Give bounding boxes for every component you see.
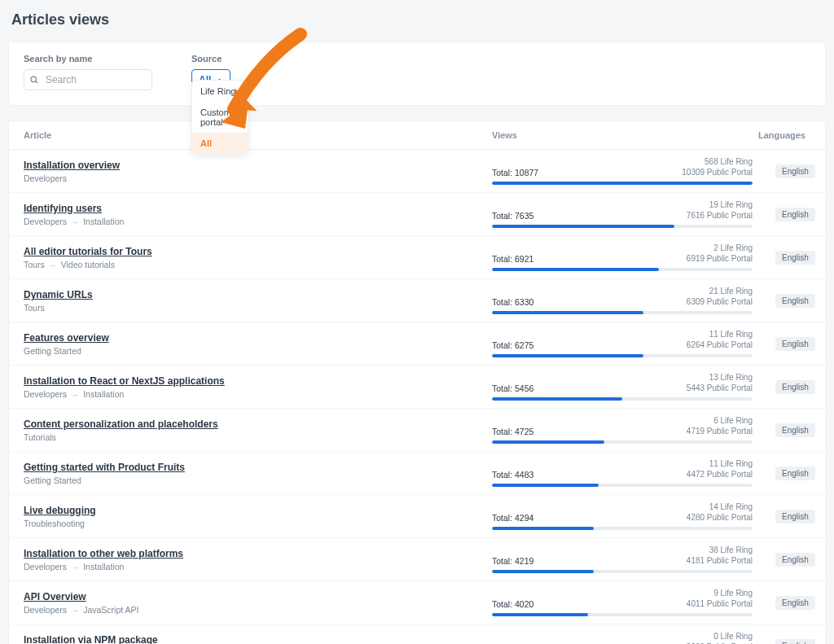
article-title-link[interactable]: Live debugging [24,505,96,516]
views-bar [492,570,753,573]
breadcrumb-segment: Developers [24,173,67,183]
table-row: Live debuggingTroubleshootingTotal: 4294… [9,495,825,538]
article-title-link[interactable]: Features overview [24,332,109,344]
breadcrumb-segment: Tours [24,303,45,313]
language-tag[interactable]: English [775,337,815,351]
article-cell: Live debuggingTroubleshooting [24,504,492,528]
breadcrumb-segment: Troubleshooting [24,519,85,528]
table-row: Dynamic URLsToursTotal: 633021 Life Ring… [9,279,825,322]
col-header-article: Article [24,130,492,140]
language-tag[interactable]: English [775,553,815,567]
article-cell: Features overviewGetting Started [24,331,492,356]
views-total: Total: 7635 [492,211,533,221]
search-icon [29,75,39,85]
article-cell: Dynamic URLsTours [24,288,492,313]
breadcrumb: Developers→JavaScript API [24,605,476,615]
views-bar [492,182,753,185]
breadcrumb-segment: Developers [24,217,67,226]
source-option-customer-portal[interactable]: Customer portal [192,102,248,133]
article-title-link[interactable]: All editor tutorials for Tours [24,246,152,257]
views-bar [492,354,753,357]
breadcrumb: Getting Started [24,346,476,356]
article-title-link[interactable]: Dynamic URLs [24,289,93,300]
breadcrumb-segment: Installation [83,389,124,399]
breadcrumb-segment: Getting Started [24,346,81,356]
table-row: API OverviewDevelopers→JavaScript APITot… [9,581,825,624]
views-total: Total: 5456 [492,383,533,393]
article-cell: Installation overviewDevelopers [24,159,492,183]
views-cell: Total: 10877568 Life Ring10309 Public Po… [492,157,753,185]
views-total: Total: 4483 [492,470,533,480]
breadcrumb: Tours→Video tutorials [24,260,476,269]
views-total: Total: 10877 [492,168,538,177]
language-tag[interactable]: English [775,380,815,394]
svg-line-1 [36,81,37,83]
views-cell: Total: 36880 Life Ring3688 Public Portal [492,632,753,644]
page-title: Articles views [11,11,823,28]
views-bar [492,613,753,616]
search-input[interactable] [24,69,152,90]
article-title-link[interactable]: Installation via NPM package [24,634,158,644]
breadcrumb: Getting Started [24,475,476,485]
article-title-link[interactable]: Installation to other web platforms [24,548,183,559]
table-row: Installation to other web platformsDevel… [9,538,825,581]
views-total: Total: 4219 [492,556,533,566]
language-tag[interactable]: English [775,423,815,437]
language-tag[interactable]: English [775,208,815,221]
col-header-languages: Languages [753,130,810,140]
language-cell: English [753,639,820,645]
breadcrumb-segment: JavaScript API [83,605,138,615]
article-title-link[interactable]: Installation overview [24,160,120,171]
source-option-all[interactable]: All [192,133,248,154]
article-title-link[interactable]: Getting started with Product Fruits [24,462,185,473]
views-breakdown: 568 Life Ring10309 Public Portal [682,157,753,177]
article-cell: Installation to other web platformsDevel… [24,547,492,572]
language-tag[interactable]: English [775,251,815,265]
source-option-life-ring[interactable]: Life Ring [192,81,248,102]
views-breakdown: 9 Life Ring4011 Public Portal [687,589,753,609]
search-field: Search by name [24,54,152,90]
chevron-right-icon: → [71,217,79,226]
views-breakdown: 19 Life Ring7616 Public Portal [687,200,753,221]
views-breakdown: 21 Life Ring6309 Public Portal [687,287,753,307]
breadcrumb-segment: Developers [24,605,67,615]
language-cell: English [753,164,820,178]
views-total: Total: 4294 [492,513,533,523]
language-cell: English [753,337,820,351]
table-header: Article Views Languages [9,121,825,150]
views-cell: Total: 47256 Life Ring4719 Public Portal [492,416,753,444]
views-bar [492,484,753,487]
views-cell: Total: 633021 Life Ring6309 Public Porta… [492,287,753,314]
article-title-link[interactable]: API Overview [24,591,86,602]
language-tag[interactable]: English [775,467,815,480]
breadcrumb-segment: Developers [24,562,67,572]
breadcrumb-segment: Getting Started [24,475,81,485]
breadcrumb-segment: Installation [83,562,124,572]
language-cell: English [753,596,820,610]
language-cell: English [753,553,820,567]
language-tag[interactable]: English [775,164,815,178]
article-cell: Getting started with Product FruitsGetti… [24,461,492,485]
search-label: Search by name [24,54,152,64]
breadcrumb-segment: Tours [24,260,45,269]
chevron-right-icon: → [71,606,79,615]
views-bar [492,225,753,228]
language-cell: English [753,208,820,221]
language-tag[interactable]: English [775,596,815,610]
views-total: Total: 4020 [492,599,533,609]
language-tag[interactable]: English [775,294,815,308]
article-title-link[interactable]: Content personalization and placeholders [24,418,218,430]
table-row: Getting started with Product FruitsGetti… [9,452,825,495]
language-cell: English [753,423,820,437]
language-tag[interactable]: English [775,510,815,524]
breadcrumb-segment: Tutorials [24,432,56,442]
language-cell: English [753,467,820,480]
views-bar [492,440,753,444]
breadcrumb: Developers→Installation [24,217,476,226]
language-cell: English [753,510,820,524]
language-tag[interactable]: English [775,639,815,645]
article-title-link[interactable]: Installation to React or NextJS applicat… [24,375,225,387]
article-cell: API OverviewDevelopers→JavaScript API [24,590,492,615]
breadcrumb: Tours [24,303,476,313]
article-title-link[interactable]: Identifying users [24,203,102,214]
